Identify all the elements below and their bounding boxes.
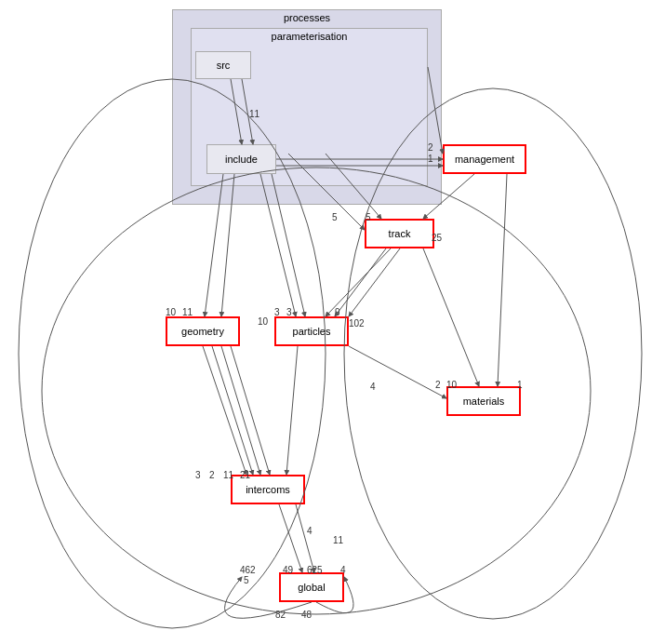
svg-line-17 bbox=[349, 346, 446, 398]
edge-label-3c: 3 bbox=[195, 470, 201, 480]
edge-label-2b: 2 bbox=[435, 380, 441, 390]
node-materials: materials bbox=[446, 386, 521, 416]
edge-label-5b: 5 bbox=[366, 212, 371, 222]
edge-label-2a: 2 bbox=[428, 142, 433, 153]
edge-label-3b: 3 bbox=[286, 307, 292, 317]
edge-label-11b: 11 bbox=[223, 470, 233, 480]
svg-line-23 bbox=[231, 346, 270, 475]
svg-line-21 bbox=[212, 346, 253, 475]
edge-label-2c: 2 bbox=[209, 470, 215, 480]
diagram-container: processes parameterisation src include m… bbox=[0, 0, 665, 644]
svg-line-18 bbox=[423, 248, 479, 386]
processes-label: processes bbox=[173, 12, 441, 23]
edge-label-462: 462 bbox=[240, 565, 256, 575]
edge-label-10b: 10 bbox=[258, 316, 268, 327]
node-particles: particles bbox=[274, 316, 349, 346]
svg-line-26 bbox=[296, 504, 314, 572]
edge-label-10c: 10 bbox=[446, 380, 457, 390]
edge-label-9: 9 bbox=[335, 307, 340, 317]
node-geometry: geometry bbox=[166, 316, 240, 346]
edge-label-5c: 5 bbox=[244, 575, 249, 585]
edge-label-49: 49 bbox=[283, 565, 293, 575]
edge-label-11a: 11 bbox=[182, 307, 193, 317]
svg-line-15 bbox=[349, 248, 400, 316]
svg-line-24 bbox=[286, 346, 298, 475]
parameterisation-label: parameterisation bbox=[192, 31, 427, 42]
edge-label-1a: 1 bbox=[428, 154, 433, 164]
edge-label-21: 21 bbox=[240, 470, 250, 480]
edge-label-4b: 4 bbox=[307, 526, 313, 536]
node-src: src bbox=[195, 51, 251, 79]
svg-line-14 bbox=[335, 248, 386, 316]
svg-line-20 bbox=[203, 346, 246, 475]
edge-label-625: 625 bbox=[307, 565, 323, 575]
edge-label-11: 11 bbox=[249, 109, 259, 119]
edge-label-5a: 5 bbox=[332, 212, 338, 222]
edge-label-4c: 4 bbox=[340, 565, 346, 575]
svg-line-19 bbox=[498, 174, 507, 386]
node-include: include bbox=[206, 144, 276, 174]
node-management: management bbox=[443, 144, 526, 174]
edge-label-11c: 11 bbox=[333, 535, 343, 545]
svg-line-25 bbox=[279, 504, 302, 572]
edge-label-48: 48 bbox=[301, 610, 312, 620]
edge-label-4a: 4 bbox=[370, 382, 376, 392]
node-track: track bbox=[365, 219, 434, 248]
edge-label-82: 82 bbox=[275, 610, 286, 620]
node-global: global bbox=[279, 572, 344, 602]
edge-label-3a: 3 bbox=[274, 307, 280, 317]
svg-line-22 bbox=[221, 346, 260, 475]
edge-label-102: 102 bbox=[349, 318, 365, 329]
edge-label-1b: 1 bbox=[517, 380, 523, 390]
edge-label-25: 25 bbox=[432, 233, 442, 243]
edge-label-10a: 10 bbox=[166, 307, 176, 317]
